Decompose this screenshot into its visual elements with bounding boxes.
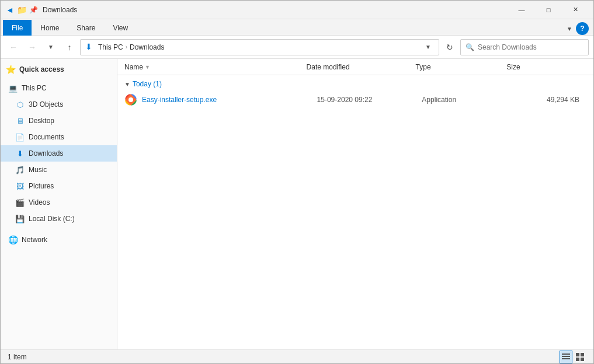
window-title: Downloads [43,6,508,14]
breadcrumb-segment-downloads[interactable]: Downloads [130,43,164,51]
col-header-type[interactable]: Type [416,63,507,71]
sidebar-item-local-disk[interactable]: 💾 Local Disk (C:) [1,211,117,227]
downloads-label: Downloads [29,149,63,158]
refresh-button[interactable]: ↻ [442,39,458,55]
file-size: 49,294 KB [509,96,586,104]
desktop-icon: 🖥 [15,116,25,126]
sort-icon: ▼ [145,64,150,70]
folder-icon: 📁 [17,5,26,15]
file-date-modified: 15-09-2020 09:22 [317,96,422,104]
tab-home[interactable]: Home [32,20,68,36]
file-name: Easy-installer-setup.exe [142,96,317,104]
sidebar-item-downloads[interactable]: ⬇ Downloads [1,145,117,162]
ribbon: File Home Share View ▼ ? [1,19,593,36]
pictures-icon: 🖼 [15,181,25,191]
sidebar-item-3d-objects[interactable]: ⬡ 3D Objects [1,96,117,113]
sidebar: ⭐ Quick access 💻 This PC ⬡ 3D Objects 🖥 … [1,59,117,349]
item-count: 1 item [8,353,27,361]
col-header-size[interactable]: Size [506,63,586,71]
breadcrumb: This PC › Downloads [98,43,422,51]
svg-rect-4 [562,356,570,357]
network-icon: 🌐 [8,235,18,245]
view-toggles [560,351,586,363]
tab-view[interactable]: View [104,20,137,36]
maximize-button[interactable]: □ [535,1,562,19]
tab-file[interactable]: File [3,20,32,36]
svg-rect-7 [581,353,584,356]
svg-point-2 [128,97,133,102]
recent-locations-button[interactable]: ▼ [43,39,59,55]
details-view-button[interactable] [560,351,572,363]
tiles-view-button[interactable] [574,351,586,363]
svg-rect-6 [576,353,579,356]
group-chevron-icon: ▼ [124,81,130,88]
col-header-date[interactable]: Date modified [307,63,416,71]
pc-icon: 💻 [8,83,18,93]
svg-rect-8 [576,358,579,361]
help-button[interactable]: ? [576,22,589,35]
documents-label: Documents [29,133,64,141]
sidebar-item-pictures[interactable]: 🖼 Pictures [1,178,117,194]
address-bar[interactable]: ⬇ This PC › Downloads ▼ [80,39,439,55]
address-dropdown-button[interactable]: ▼ [422,40,434,55]
column-headers: Name ▼ Date modified Type Size [117,59,593,75]
group-header-today[interactable]: ▼ Today (1) [117,78,593,90]
svg-rect-3 [562,354,570,355]
tab-share[interactable]: Share [68,20,104,36]
star-icon: ⭐ [5,64,16,75]
ribbon-tabs: File Home Share View ▼ ? [1,19,593,35]
pin-icon: 📌 [29,5,38,15]
ribbon-extra: ▼ ? [563,22,591,35]
search-icon: 🔍 [466,43,474,51]
group-label: Today (1) [133,80,162,88]
col-header-name[interactable]: Name ▼ [124,63,307,71]
status-bar: 1 item [1,349,593,363]
search-bar[interactable]: 🔍 [460,39,589,55]
sidebar-item-network[interactable]: 🌐 Network [1,232,117,248]
breadcrumb-chevron: › [126,44,127,50]
network-label: Network [22,236,47,244]
sidebar-item-this-pc[interactable]: 💻 This PC [1,80,117,96]
downloads-nav-icon: ⬇ [85,42,96,52]
file-list: ▼ Today (1) [117,75,593,349]
minimize-button[interactable]: — [508,1,535,19]
file-type: Application [422,96,509,104]
svg-rect-9 [581,358,584,361]
local-disk-label: Local Disk (C:) [29,215,75,223]
sidebar-item-videos[interactable]: 🎬 Videos [1,194,117,211]
music-icon: 🎵 [15,164,25,175]
table-row[interactable]: Easy-installer-setup.exe 15-09-2020 09:2… [117,90,593,109]
file-icon [124,93,137,106]
sidebar-item-documents[interactable]: 📄 Documents [1,129,117,145]
local-disk-icon: 💾 [15,214,25,224]
up-button[interactable]: ↑ [61,39,78,55]
search-input[interactable] [478,43,583,51]
quick-access-section: ⭐ Quick access [1,61,117,78]
videos-icon: 🎬 [15,197,25,208]
documents-icon: 📄 [15,132,25,142]
sidebar-item-music[interactable]: 🎵 Music [1,162,117,178]
videos-label: Videos [29,198,50,206]
forward-button[interactable]: → [24,39,40,55]
title-bar-icons: ◄ 📁 📌 [5,5,38,15]
sidebar-item-desktop[interactable]: 🖥 Desktop [1,113,117,129]
this-pc-label: This PC [22,84,47,92]
3d-objects-label: 3D Objects [29,100,63,108]
main-layout: ⭐ Quick access 💻 This PC ⬡ 3D Objects 🖥 … [1,59,593,349]
ribbon-chevron-icon[interactable]: ▼ [563,22,576,35]
downloads-icon: ⬇ [15,148,25,159]
svg-rect-5 [562,358,570,359]
back-arrow-icon: ◄ [5,5,15,15]
back-button[interactable]: ← [5,39,22,55]
sidebar-item-quick-access[interactable]: ⭐ Quick access [1,61,117,78]
title-bar: ◄ 📁 📌 Downloads — □ ✕ [1,1,593,19]
quick-access-label: Quick access [19,65,64,74]
nav-bar: ← → ▼ ↑ ⬇ This PC › Downloads ▼ ↻ 🔍 [1,36,593,59]
close-button[interactable]: ✕ [562,1,589,19]
window-controls: — □ ✕ [508,1,589,19]
file-area: Name ▼ Date modified Type Size ▼ Today (… [117,59,593,349]
music-label: Music [29,166,47,174]
breadcrumb-segment-thispc[interactable]: This PC [98,43,123,51]
pictures-label: Pictures [29,182,54,190]
desktop-label: Desktop [29,117,54,125]
